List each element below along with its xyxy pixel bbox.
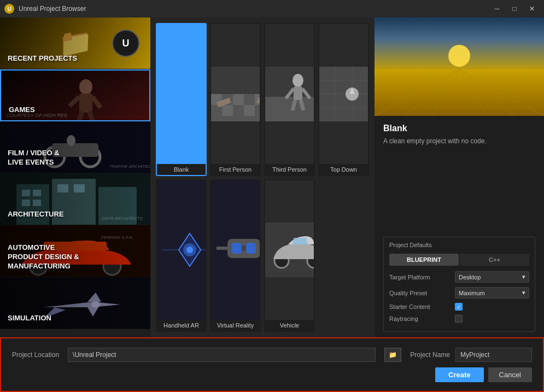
svg-point-86 (448, 45, 470, 67)
svg-point-52 (293, 74, 303, 87)
window-title: Unreal Project Browser (19, 5, 86, 13)
quality-preset-value: Maximum (459, 290, 485, 296)
template-top-down[interactable]: Top Down (318, 23, 369, 176)
bottom-bar: Project Location 📁 Project Name Create C… (0, 337, 544, 392)
template-third-person[interactable]: Third Person (264, 23, 315, 176)
cpp-toggle[interactable]: C++ (460, 254, 529, 266)
template-first-person[interactable]: First Person (210, 23, 261, 176)
svg-rect-87 (375, 69, 544, 116)
har-illustration (157, 223, 206, 277)
fp-thumb (211, 24, 260, 164)
svg-rect-45 (244, 105, 255, 116)
template-handheld-ar[interactable]: Handheld AR (156, 179, 207, 332)
minimize-button[interactable]: ─ (489, 3, 505, 15)
project-location-label: Project Location (12, 351, 59, 359)
right-panel: Blank A clean empty project with no code… (375, 17, 544, 337)
fp-illustration (211, 67, 260, 121)
svg-rect-39 (244, 94, 255, 105)
template-virtual-reality[interactable]: Virtual Reality (210, 179, 261, 332)
template-vehicle[interactable]: Vehicle (264, 179, 315, 332)
project-name-label: Project Name (410, 351, 450, 359)
sidebar-item-film[interactable]: TRAFFIK ARCHITECTS FILM / VIDEO &LIVE EV… (0, 121, 150, 173)
title-bar: U Unreal Project Browser ─ □ ✕ (0, 0, 544, 17)
blank-icon (160, 72, 203, 116)
bottom-actions: Create Cancel (12, 367, 532, 382)
templates-grid: Blank (156, 23, 369, 332)
chevron-down-icon-2: ▾ (522, 289, 525, 296)
project-name-section: Project Name (410, 348, 532, 362)
td-thumb (319, 24, 368, 164)
starter-content-label: Starter Content (389, 303, 455, 310)
vr-thumb (211, 180, 260, 320)
target-platform-label: Target Platform (389, 274, 455, 280)
tp-thumb (265, 24, 314, 164)
template-label-fp: First Person (211, 164, 260, 175)
starter-content-checkbox[interactable]: ✓ (455, 303, 463, 311)
target-platform-dropdown[interactable]: Desktop ▾ (455, 271, 529, 283)
vh-thumb (265, 180, 314, 320)
template-label-blank: Blank (157, 164, 206, 175)
har-thumb (157, 180, 206, 320)
svg-rect-79 (242, 245, 246, 251)
main-content: 📁 U RECENT PROJECTS (0, 17, 544, 337)
sidebar-item-automotive[interactable]: FERRARI S.P.A. AUTOMOTIVEPRODUCT DESIGN … (0, 225, 150, 277)
svg-rect-43 (222, 105, 233, 116)
preview-title: Blank (383, 124, 535, 133)
template-label-tp: Third Person (265, 164, 314, 175)
svg-rect-38 (233, 94, 244, 105)
svg-rect-46 (255, 105, 260, 116)
template-label-td: Top Down (319, 164, 368, 175)
sidebar-item-games[interactable]: COURTESY OF HIGH RES GAMES (0, 69, 150, 121)
sidebar-label-games: GAMES (9, 106, 35, 115)
sidebar-label-auto: AUTOMOTIVEPRODUCT DESIGN &MANUFACTURING (8, 243, 79, 271)
sidebar-item-architecture[interactable]: ZAFIR ARCHITECTS ARCHITECTURE (0, 173, 150, 225)
quality-preset-dropdown[interactable]: Maximum ▾ (455, 287, 529, 299)
sidebar-label-arch: ARCHITECTURE (8, 210, 64, 219)
chevron-down-icon: ▾ (522, 273, 525, 280)
blank-thumb (157, 24, 206, 164)
quality-preset-label: Quality Preset (389, 290, 455, 296)
project-defaults-section: Project Defaults BLUEPRINT C++ Target Pl… (383, 237, 535, 332)
project-location-row: Project Location 📁 Project Name (12, 348, 532, 362)
preview-info: Blank A clean empty project with no code… (375, 116, 544, 231)
starter-content-row: Starter Content ✓ (389, 303, 529, 311)
svg-point-72 (186, 247, 193, 253)
maximize-button[interactable]: □ (507, 3, 522, 15)
close-button[interactable]: ✕ (524, 3, 540, 15)
target-platform-value: Desktop (459, 274, 481, 280)
blueprint-toggle[interactable]: BLUEPRINT (389, 254, 459, 266)
sidebar-label-film: FILM / VIDEO &LIVE EVENTS (8, 149, 60, 167)
sidebar-item-simulation[interactable]: SIMULATION (0, 277, 150, 329)
project-location-input[interactable] (68, 348, 376, 362)
svg-rect-77 (232, 243, 242, 254)
title-bar-left: U Unreal Project Browser (4, 4, 86, 14)
td-illustration (319, 67, 368, 121)
raytracing-row: Raytracing (389, 315, 529, 323)
folder-browse-button[interactable]: 📁 (384, 348, 401, 362)
sidebar-label-sim: SIMULATION (8, 314, 51, 323)
vh-illustration (265, 223, 314, 277)
raytracing-label: Raytracing (389, 315, 455, 322)
sidebar: 📁 U RECENT PROJECTS (0, 17, 150, 337)
svg-line-56 (293, 100, 295, 110)
tp-illustration (265, 67, 314, 121)
raytracing-checkbox[interactable] (455, 315, 463, 323)
svg-line-57 (301, 100, 303, 110)
code-toggle-row: BLUEPRINT C++ (389, 254, 529, 266)
project-defaults-label: Project Defaults (389, 242, 529, 248)
svg-rect-33 (160, 72, 203, 116)
svg-rect-78 (246, 243, 256, 254)
quality-preset-row: Quality Preset Maximum ▾ (389, 287, 529, 299)
svg-rect-53 (294, 86, 302, 100)
ue-logo: U (112, 30, 139, 57)
project-name-input[interactable] (455, 348, 532, 362)
target-platform-row: Target Platform Desktop ▾ (389, 271, 529, 283)
vr-illustration (211, 223, 260, 277)
preview-image (375, 17, 544, 116)
svg-rect-51 (265, 97, 314, 121)
cancel-button[interactable]: Cancel (488, 367, 532, 382)
sidebar-item-recent-projects[interactable]: 📁 U RECENT PROJECTS (0, 17, 150, 69)
window-controls: ─ □ ✕ (489, 3, 540, 15)
create-button[interactable]: Create (435, 367, 483, 382)
template-blank[interactable]: Blank (156, 23, 207, 176)
